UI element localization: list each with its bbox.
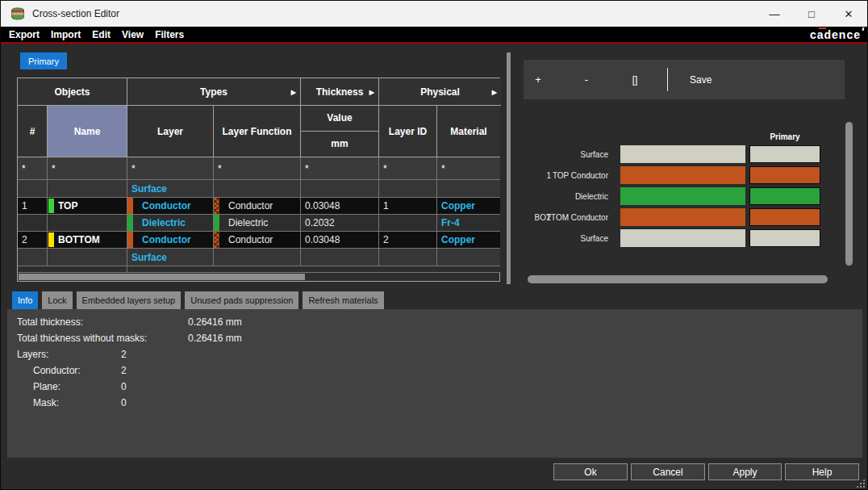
cell-material[interactable]: Copper <box>437 232 500 249</box>
group-header-physical[interactable]: Physical▶ <box>379 78 501 106</box>
cell[interactable] <box>301 249 379 266</box>
cell-num[interactable]: 1 <box>18 198 48 215</box>
save-button[interactable]: Save <box>678 60 743 99</box>
cell-value[interactable]: 0.2032 <box>301 215 379 232</box>
stackup-primary-bar-surface-top[interactable] <box>749 145 820 163</box>
column-header-name[interactable]: Name <box>48 106 127 157</box>
filter-cell-layer-id[interactable]: * <box>379 157 437 180</box>
cell-name[interactable]: TOP <box>48 198 127 215</box>
cell[interactable] <box>301 180 379 198</box>
tab-refresh-materials[interactable]: Refresh materials <box>303 291 383 309</box>
stackup-bar-bottom-conductor[interactable] <box>620 208 745 226</box>
column-header-thickness-value[interactable]: Value mm <box>301 106 379 157</box>
cell-material[interactable]: Copper <box>437 198 500 215</box>
row-marker-green <box>48 199 54 213</box>
stackup-primary-bar-dielectric[interactable] <box>749 187 820 205</box>
cell-layer[interactable]: Surface <box>127 180 214 198</box>
column-header-layer-function[interactable]: Layer Function <box>214 106 301 157</box>
cell-name[interactable]: BOTTOM <box>48 232 127 249</box>
menu-filters[interactable]: Filters <box>155 29 184 40</box>
cell[interactable] <box>214 249 301 266</box>
cell[interactable] <box>437 249 500 266</box>
cell-layer-id[interactable] <box>379 215 437 232</box>
filter-cell-material[interactable]: * <box>437 157 500 180</box>
cell-layer-id[interactable]: 2 <box>379 232 437 249</box>
table-horizontal-scrollbar[interactable] <box>18 273 499 281</box>
filter-cell-layer[interactable]: * <box>127 157 214 180</box>
column-header-layer-id[interactable]: Layer ID <box>379 106 437 157</box>
stackup-bar-surface-bottom[interactable] <box>620 229 745 247</box>
help-button[interactable]: Help <box>785 463 859 480</box>
column-header-unit-mm[interactable]: mm <box>301 132 378 157</box>
cell-layer-function[interactable]: Conductor <box>214 198 301 215</box>
stackup-primary-bar-surface-bottom[interactable] <box>749 229 820 247</box>
minimize-button[interactable]: — <box>756 1 793 27</box>
stackup-bar-dielectric[interactable] <box>620 187 745 205</box>
remove-layer-button[interactable]: - <box>570 60 603 99</box>
cell[interactable] <box>48 249 127 266</box>
menu-import[interactable]: Import <box>51 29 81 40</box>
cell[interactable] <box>18 249 48 266</box>
cell-value[interactable]: 0.03048 <box>301 198 379 215</box>
cadence-logo: cadence <box>810 27 861 42</box>
stackup-bar-surface-top[interactable] <box>620 145 745 163</box>
menu-export[interactable]: Export <box>9 29 40 40</box>
stackup-vertical-scrollbar[interactable] <box>845 122 853 266</box>
column-header-material[interactable]: Material <box>437 106 500 157</box>
expand-arrow-icon[interactable]: ▶ <box>369 88 374 95</box>
cell[interactable] <box>48 180 127 198</box>
menubar: Export Import Edit View Filters cadence <box>1 27 867 42</box>
cell-layer[interactable]: Surface <box>127 249 214 266</box>
cell-value[interactable]: 0.03048 <box>301 232 379 249</box>
column-header-layer[interactable]: Layer <box>127 106 214 157</box>
group-header-types[interactable]: Types▶ <box>127 78 301 106</box>
cell[interactable] <box>379 249 437 266</box>
apply-button[interactable]: Apply <box>708 463 782 480</box>
tab-embedded-layers-setup[interactable]: Embedded layers setup <box>77 291 182 309</box>
stackup-bar-top-conductor[interactable] <box>620 166 745 184</box>
filter-cell-name[interactable]: * <box>48 157 127 180</box>
cell-material[interactable]: Fr-4 <box>437 215 500 232</box>
close-button[interactable]: ✕ <box>830 1 867 27</box>
menu-view[interactable]: View <box>122 29 144 40</box>
cell[interactable] <box>214 180 301 198</box>
column-header-num[interactable]: # <box>18 106 48 157</box>
cell-num[interactable] <box>18 215 48 232</box>
add-layer-button[interactable]: + <box>522 60 554 99</box>
ok-button[interactable]: Ok <box>553 463 628 480</box>
filter-cell-num[interactable]: * <box>18 157 48 180</box>
cell-name[interactable] <box>48 215 127 232</box>
tab-info[interactable]: Info <box>12 291 38 309</box>
cell-layer[interactable]: Dielectric <box>127 215 214 232</box>
stackup-primary-bar-bottom-conductor[interactable] <box>749 208 820 226</box>
cell-layer[interactable]: Conductor <box>127 198 214 215</box>
cell-layer-function[interactable]: Dielectric <box>214 215 301 232</box>
brackets-button[interactable]: [] <box>619 60 651 99</box>
filter-cell-layer-function[interactable]: * <box>214 157 301 180</box>
table-vertical-scrollbar[interactable] <box>507 52 511 284</box>
tab-lock[interactable]: Lock <box>42 291 72 309</box>
cell[interactable] <box>379 180 437 198</box>
cell-layer[interactable]: Conductor <box>127 232 214 249</box>
expand-arrow-icon[interactable]: ▶ <box>291 88 296 95</box>
maximize-button[interactable]: □ <box>793 1 830 27</box>
cell-layer-function[interactable]: Conductor <box>214 232 301 249</box>
stackup-primary-bar-top-conductor[interactable] <box>749 166 820 184</box>
cancel-button[interactable]: Cancel <box>631 463 705 480</box>
group-header-objects[interactable]: Objects <box>18 78 127 106</box>
cell-layer-id[interactable]: 1 <box>379 198 437 215</box>
cell[interactable] <box>437 180 500 198</box>
tab-primary[interactable]: Primary <box>20 52 67 69</box>
stackup-label-surface-bottom: Surface <box>524 229 608 247</box>
stackup-horizontal-scrollbar[interactable] <box>528 275 828 283</box>
expand-arrow-icon[interactable]: ▶ <box>492 88 497 95</box>
tab-unused-pads-suppression[interactable]: Unused pads suppression <box>185 291 298 309</box>
filter-cell-value[interactable]: * <box>301 157 379 180</box>
menu-edit[interactable]: Edit <box>92 29 111 40</box>
group-header-thickness[interactable]: Thickness▶ <box>301 78 379 106</box>
dielectric-chip <box>214 215 219 231</box>
cell-num[interactable]: 2 <box>18 232 48 249</box>
column-header-value[interactable]: Value <box>301 106 378 132</box>
table-hscroll-thumb[interactable] <box>19 274 305 280</box>
cell[interactable] <box>18 180 48 198</box>
